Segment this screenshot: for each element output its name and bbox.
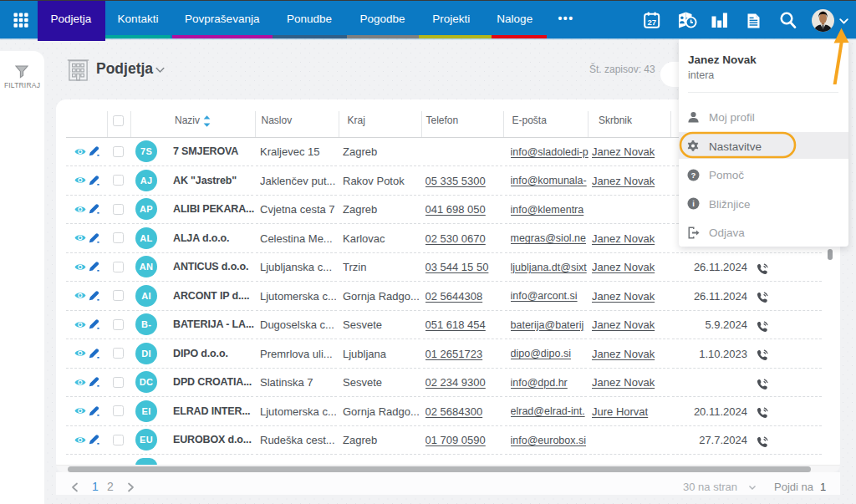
svg-text:?: ? [691, 171, 696, 180]
svg-text:i: i [692, 199, 695, 208]
svg-text:27: 27 [647, 18, 656, 27]
